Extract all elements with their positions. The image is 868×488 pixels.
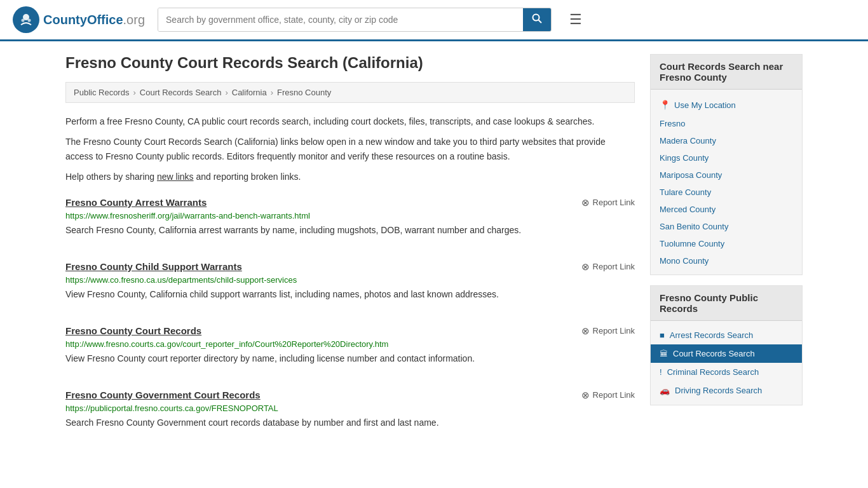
result-header: Fresno County Child Support Warrants ⊗ R… [65,261,635,273]
nearby-section-header: Court Records Search near Fresno County [651,55,802,90]
intro-paragraph-3: Help others by sharing new links and rep… [65,170,635,184]
result-desc-3: Search Fresno County Government court re… [65,416,635,430]
logo[interactable]: CountyOffice.org [13,6,145,33]
search-bar [158,8,552,32]
arrest-records-icon: ■ [660,330,665,340]
sidebar-arrest-records[interactable]: ■ Arrest Records Search [651,326,802,344]
sidebar-link-mono[interactable]: Mono County [651,252,802,269]
result-header: Fresno County Government Court Records ⊗… [65,390,635,401]
results-list: Fresno County Arrest Warrants ⊗ Report L… [65,197,635,436]
report-icon: ⊗ [581,197,590,208]
sidebar-link-mariposa[interactable]: Mariposa County [651,166,802,184]
result-item: Fresno County Child Support Warrants ⊗ R… [65,261,635,308]
result-title-child-support[interactable]: Fresno County Child Support Warrants [65,261,242,272]
logo-text: CountyOffice.org [43,13,145,27]
location-pin-icon: 📍 [660,100,670,110]
result-desc-0: Search Fresno County, California arrest … [65,224,635,237]
main-container: Fresno County Court Records Search (Cali… [53,41,815,466]
criminal-records-icon: ! [660,367,662,377]
result-url-3[interactable]: https://publicportal.fresno.courts.ca.go… [65,403,635,413]
sidebar-driving-records[interactable]: 🚗 Driving Records Search [651,381,802,400]
report-link-2[interactable]: ⊗ Report Link [581,325,635,337]
breadcrumb-public-records[interactable]: Public Records [74,88,129,97]
sidebar-link-fresno[interactable]: Fresno [651,115,802,132]
svg-point-4 [533,15,539,21]
page-title: Fresno County Court Records Search (Cali… [65,54,635,72]
nearby-links: 📍 Use My Location Fresno Madera County K… [651,90,802,274]
content-area: Fresno County Court Records Search (Cali… [65,54,635,454]
result-desc-1: View Fresno County, California child sup… [65,288,635,301]
result-item: Fresno County Government Court Records ⊗… [65,390,635,436]
report-link-0[interactable]: ⊗ Report Link [581,197,635,208]
svg-point-3 [28,19,31,22]
sidebar-criminal-records[interactable]: ! Criminal Records Search [651,363,802,381]
use-my-location[interactable]: 📍 Use My Location [651,95,802,115]
public-records-header: Fresno County Public Records [651,286,802,321]
result-url-1[interactable]: https://www.co.fresno.ca.us/departments/… [65,275,635,285]
svg-point-2 [22,19,25,22]
result-title-arrest-warrants[interactable]: Fresno County Arrest Warrants [65,197,207,208]
result-desc-2: View Fresno County court reporter direct… [65,352,635,365]
header: CountyOffice.org ☰ [0,0,868,41]
logo-icon [13,6,39,33]
menu-button[interactable]: ☰ [564,9,587,30]
sidebar-court-records[interactable]: 🏛 Court Records Search [651,344,802,363]
nearby-section: Court Records Search near Fresno County … [650,54,803,275]
public-records-section: Fresno County Public Records ■ Arrest Re… [650,285,803,405]
svg-line-5 [539,20,542,24]
sidebar-link-merced[interactable]: Merced County [651,201,802,218]
sidebar: Court Records Search near Fresno County … [650,54,803,454]
court-records-icon: 🏛 [660,349,668,358]
breadcrumb: Public Records › Court Records Search › … [65,82,635,103]
sidebar-link-madera[interactable]: Madera County [651,132,802,149]
report-link-1[interactable]: ⊗ Report Link [581,261,635,273]
public-records-links: ■ Arrest Records Search 🏛 Court Records … [651,321,802,405]
breadcrumb-california[interactable]: California [232,88,267,97]
result-item: Fresno County Court Records ⊗ Report Lin… [65,325,635,372]
sidebar-link-tulare[interactable]: Tulare County [651,184,802,201]
result-header: Fresno County Arrest Warrants ⊗ Report L… [65,197,635,208]
breadcrumb-fresno-county[interactable]: Fresno County [277,88,331,97]
search-button[interactable] [523,8,551,31]
result-title-court-records[interactable]: Fresno County Court Records [65,325,201,336]
sidebar-link-tuolumne[interactable]: Tuolumne County [651,235,802,252]
report-icon: ⊗ [581,325,590,337]
report-link-3[interactable]: ⊗ Report Link [581,390,635,401]
new-links-link[interactable]: new links [157,172,194,182]
result-url-2[interactable]: http://www.fresno.courts.ca.gov/court_re… [65,339,635,349]
sidebar-link-kings[interactable]: Kings County [651,149,802,166]
intro-paragraph-1: Perform a free Fresno County, CA public … [65,114,635,128]
result-title-gov-court[interactable]: Fresno County Government Court Records [65,390,261,400]
result-header: Fresno County Court Records ⊗ Report Lin… [65,325,635,337]
sidebar-link-san-benito[interactable]: San Benito County [651,218,802,235]
driving-records-icon: 🚗 [660,386,670,395]
result-item: Fresno County Arrest Warrants ⊗ Report L… [65,197,635,243]
breadcrumb-court-records[interactable]: Court Records Search [140,88,222,97]
result-url-0[interactable]: https://www.fresnosheriff.org/jail/warra… [65,211,635,220]
report-icon: ⊗ [581,261,590,273]
search-input[interactable] [158,8,523,31]
report-icon: ⊗ [581,390,590,401]
intro-paragraph-2: The Fresno County Court Records Search (… [65,135,635,163]
